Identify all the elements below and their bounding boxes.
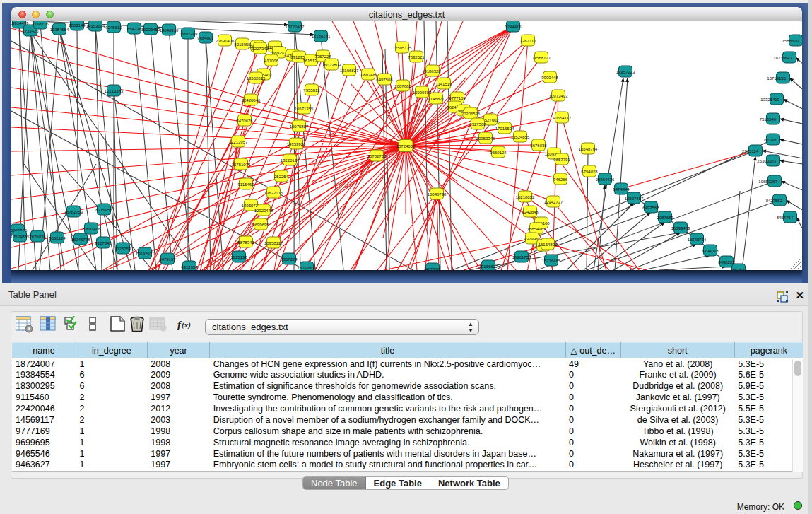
svg-text:7357224: 7357224	[314, 54, 331, 59]
svg-text:13562615: 13562615	[247, 76, 266, 81]
svg-text:12505135: 12505135	[393, 46, 412, 50]
svg-text:12923448: 12923448	[254, 209, 273, 213]
svg-text:10807487: 10807487	[625, 197, 644, 201]
svg-text:12213957: 12213957	[229, 140, 248, 144]
svg-text:16099483: 16099483	[671, 226, 690, 230]
svg-text:9115460: 9115460	[238, 182, 255, 187]
svg-text:3267110: 3267110	[520, 39, 537, 43]
svg-text:8427552: 8427552	[766, 199, 783, 203]
svg-text:19166827: 19166827	[479, 264, 498, 269]
svg-text:16782759: 16782759	[367, 154, 387, 158]
svg-text:13325419: 13325419	[760, 98, 779, 102]
svg-text:15716485: 15716485	[542, 259, 561, 263]
svg-text:8470676: 8470676	[236, 119, 253, 123]
svg-text:9777169: 9777169	[449, 96, 466, 100]
svg-text:7632621: 7632621	[408, 55, 425, 59]
svg-text:1244415: 1244415	[505, 25, 522, 29]
svg-text:18724007: 18724007	[396, 144, 416, 148]
svg-text:10807487: 10807487	[359, 73, 378, 77]
svg-text:5878342: 5878342	[237, 240, 254, 245]
svg-text:7357224: 7357224	[281, 257, 298, 262]
svg-text:17957223: 17957223	[616, 70, 635, 74]
svg-text:7515546: 7515546	[760, 117, 777, 122]
svg-text:9990448: 9990448	[541, 76, 558, 80]
svg-text:10719155: 10719155	[767, 76, 786, 81]
svg-text:12942737: 12942737	[544, 200, 563, 204]
svg-text:13622015: 13622015	[264, 191, 283, 195]
svg-text:1141519: 1141519	[436, 82, 453, 86]
svg-text:11568127: 11568127	[532, 56, 551, 60]
svg-text:16854963: 16854963	[527, 227, 546, 231]
svg-text:746266: 746266	[553, 177, 568, 182]
svg-text:10025453: 10025453	[141, 28, 160, 32]
svg-text:13524855: 13524855	[511, 135, 530, 139]
svg-text:14353594: 14353594	[86, 24, 105, 28]
svg-text:6479197: 6479197	[159, 257, 176, 262]
svg-text:15720407: 15720407	[286, 25, 305, 29]
svg-text:12213383: 12213383	[105, 89, 124, 93]
svg-text:9245612: 9245612	[105, 25, 122, 30]
svg-text:16033809: 16033809	[298, 266, 317, 270]
svg-text:2935114: 2935114	[742, 149, 759, 153]
svg-text:16099483: 16099483	[413, 90, 432, 95]
svg-text:16033809: 16033809	[322, 63, 341, 67]
svg-text:8215955: 8215955	[234, 42, 251, 47]
svg-text:9327508: 9327508	[469, 122, 486, 127]
svg-text:19166827: 19166827	[340, 69, 359, 73]
svg-text:2676038: 2676038	[530, 144, 547, 148]
svg-text:2087682: 2087682	[657, 216, 673, 220]
svg-text:15692971: 15692971	[136, 252, 155, 256]
svg-text:9660124: 9660124	[490, 151, 507, 155]
svg-text:20691406: 20691406	[82, 227, 101, 231]
svg-text:9857791: 9857791	[553, 158, 570, 162]
svg-text:417006: 417006	[264, 59, 279, 63]
svg-text:9227342: 9227342	[95, 241, 112, 245]
svg-text:1588520: 1588520	[782, 39, 799, 43]
svg-text:2676038: 2676038	[29, 235, 46, 239]
svg-text:20364436: 20364436	[596, 177, 615, 182]
svg-text:6794028: 6794028	[581, 170, 598, 174]
svg-text:17016504: 17016504	[495, 127, 514, 131]
svg-text:20691406: 20691406	[216, 39, 235, 43]
svg-text:6497568: 6497568	[376, 78, 393, 82]
svg-text:9146821: 9146821	[428, 97, 445, 101]
svg-text:15136141: 15136141	[312, 35, 331, 39]
svg-text:16671355: 16671355	[295, 107, 314, 111]
svg-text:1615132: 1615132	[230, 255, 247, 259]
svg-text:7955812: 7955812	[303, 88, 320, 93]
svg-text:10654112: 10654112	[553, 116, 572, 120]
svg-text:25300203: 25300203	[757, 159, 776, 163]
svg-text:16046798: 16046798	[71, 238, 90, 242]
svg-text:8215955: 8215955	[95, 208, 112, 212]
svg-text:16548764: 16548764	[579, 147, 598, 151]
svg-text:8498222: 8498222	[718, 260, 735, 264]
svg-text:10653267: 10653267	[758, 180, 777, 184]
svg-text:(x): (x)	[182, 320, 191, 329]
svg-text:9684007: 9684007	[197, 36, 214, 40]
svg-text:16154808: 16154808	[539, 243, 558, 247]
svg-text:10975887: 10975887	[290, 124, 309, 129]
svg-text:2087682: 2087682	[394, 84, 411, 88]
svg-text:16961758: 16961758	[512, 255, 531, 259]
svg-text:20053346: 20053346	[476, 136, 495, 141]
svg-text:252254: 252254	[274, 175, 289, 179]
svg-text:19384554: 19384554	[50, 28, 69, 32]
svg-text:6794028: 6794028	[702, 249, 719, 253]
svg-text:2803144: 2803144	[69, 23, 86, 28]
svg-text:8454764: 8454764	[777, 216, 794, 220]
svg-text:8186328: 8186328	[424, 69, 441, 74]
svg-text:1126753: 1126753	[115, 247, 132, 251]
svg-text:16548764: 16548764	[688, 238, 707, 242]
svg-text:16210022: 16210022	[516, 195, 535, 199]
svg-text:20206526: 20206526	[461, 112, 481, 116]
svg-text:13524855: 13524855	[11, 235, 30, 239]
svg-text:6497568: 6497568	[642, 206, 659, 210]
svg-text:16046798: 16046798	[428, 192, 447, 197]
svg-text:18220137: 18220137	[281, 158, 300, 163]
svg-text:16210643: 16210643	[773, 56, 792, 60]
svg-text:7663822: 7663822	[730, 268, 747, 271]
svg-text:62160: 62160	[764, 138, 776, 142]
svg-text:22420046: 22420046	[242, 98, 261, 103]
svg-text:18807249: 18807249	[179, 32, 198, 36]
svg-text:2718176: 2718176	[32, 22, 49, 26]
